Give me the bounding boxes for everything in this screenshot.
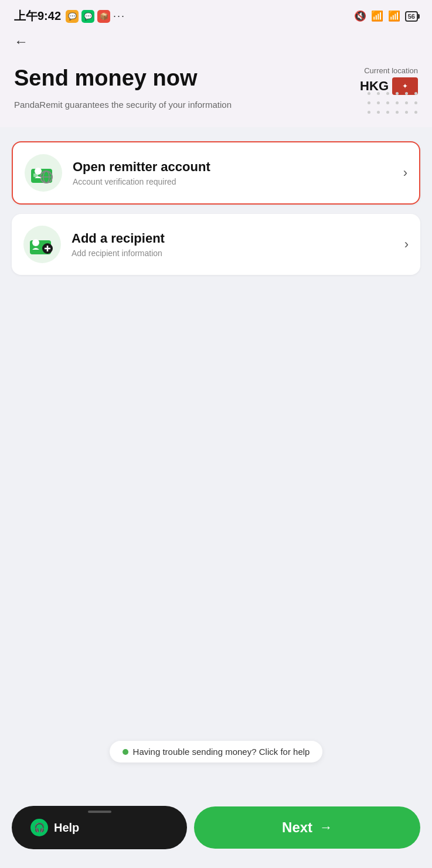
hk-flag-icon: ✦	[397, 81, 413, 91]
dot-decoration	[368, 92, 420, 117]
signal-icon: 📶	[371, 10, 383, 22]
wifi-icon: 📶	[388, 10, 400, 22]
nav-bar: ←	[0, 29, 432, 57]
status-right: 🔇 📶 📶 56	[354, 10, 418, 22]
svg-point-9	[32, 239, 39, 246]
recipient-card-arrow: ›	[404, 237, 409, 252]
svg-rect-7	[33, 173, 38, 177]
recipient-icon-wrap	[23, 226, 61, 263]
remitter-icon	[29, 158, 58, 188]
remitter-card-subtitle: Account verification required	[73, 177, 210, 186]
open-remitter-card[interactable]: Open remitter account Account verificati…	[12, 141, 420, 205]
status-left: 上午9:42 💬 💬 📦 ···	[14, 8, 125, 24]
status-bar: 上午9:42 💬 💬 📦 ··· 🔇 📶 📶 56	[0, 0, 432, 29]
page-header: Send money now Current location HKG ✦ Pa…	[0, 57, 432, 127]
location-label: Current location	[364, 66, 418, 75]
remitter-icon-wrap	[25, 154, 62, 192]
header-top: Send money now Current location HKG ✦	[14, 66, 418, 95]
help-pill	[88, 811, 111, 813]
help-button[interactable]: 🎧 Help	[12, 806, 187, 849]
app-icon-green: 💬	[81, 10, 94, 23]
help-button-label: Help	[54, 821, 79, 835]
bottom-bar: 🎧 Help Next →	[12, 806, 420, 849]
back-button[interactable]: ←	[14, 33, 28, 49]
header-subtitle: PandaRemit guarantees the security of yo…	[14, 98, 418, 111]
help-dot-icon	[123, 749, 128, 755]
next-button-label: Next	[282, 819, 312, 836]
app-icon-red: 📦	[97, 10, 110, 23]
card-left-recipient: Add a recipient Add recipient informatio…	[23, 226, 165, 263]
remitter-card-arrow: ›	[403, 165, 407, 181]
location-section: Current location HKG ✦	[360, 66, 418, 95]
recipient-card-subtitle: Add recipient information	[72, 249, 165, 258]
svg-text:✦: ✦	[402, 82, 408, 90]
add-recipient-card[interactable]: Add a recipient Add recipient informatio…	[12, 214, 420, 275]
next-button[interactable]: Next →	[194, 806, 420, 849]
help-hint-text: Having trouble sending money? Click for …	[133, 747, 310, 757]
app-icon-yellow: 💬	[66, 10, 79, 23]
headset-icon: 🎧	[30, 819, 48, 836]
page-content: Open remitter account Account verificati…	[0, 127, 432, 298]
recipient-icon	[28, 230, 57, 259]
next-arrow-icon: →	[319, 820, 332, 835]
status-more-dots: ···	[113, 10, 125, 22]
recipient-card-title: Add a recipient	[72, 231, 165, 246]
remitter-card-title: Open remitter account	[73, 159, 210, 175]
header-title-wrap: Send money now	[14, 66, 197, 91]
help-hint-banner[interactable]: Having trouble sending money? Click for …	[110, 741, 323, 763]
page-title: Send money now	[14, 66, 197, 91]
remitter-card-text: Open remitter account Account verificati…	[73, 159, 210, 186]
battery-indicator: 56	[405, 11, 418, 22]
recipient-card-text: Add a recipient Add recipient informatio…	[72, 231, 165, 258]
mute-icon: 🔇	[354, 10, 366, 22]
status-app-icons: 💬 💬 📦 ···	[66, 10, 125, 23]
card-left-remitter: Open remitter account Account verificati…	[25, 154, 210, 192]
status-time: 上午9:42	[14, 8, 61, 24]
